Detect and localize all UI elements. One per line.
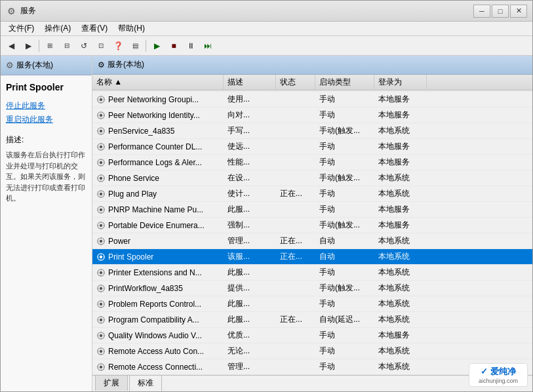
stop-button[interactable]: ■ <box>166 39 182 53</box>
close-button[interactable]: ✕ <box>510 5 527 18</box>
pause-button[interactable]: ⏸ <box>183 39 199 53</box>
service-login-cell: 本地服务 <box>374 155 427 170</box>
service-desc-cell: 此服... <box>224 312 276 327</box>
col-status[interactable]: 状态 <box>276 75 315 90</box>
minimize-button[interactable]: ─ <box>473 5 490 18</box>
menu-view[interactable]: 查看(V) <box>76 22 113 35</box>
forward-button[interactable]: ▶ <box>20 39 36 53</box>
service-name-cell: Problem Reports Control... <box>92 296 224 311</box>
right-panel-icon: ⚙ <box>98 60 105 69</box>
service-login-cell: 本地系统 <box>374 233 427 248</box>
menu-action[interactable]: 操作(A) <box>39 22 76 35</box>
maximize-button[interactable]: □ <box>492 5 509 18</box>
left-panel-header: ⚙ 服务(本地) <box>1 56 92 75</box>
tab-standard[interactable]: 标准 <box>129 375 162 391</box>
table-row[interactable]: Phone Service 在设... 手动(触发... 本地系统 <box>92 170 532 186</box>
col-name[interactable]: 名称 ▲ <box>92 75 224 90</box>
table-row[interactable]: Peer Networking Identity... 向对... 手动 本地服… <box>92 108 532 123</box>
service-status-cell <box>276 218 315 233</box>
table-row[interactable]: Quality Windows Audio V... 优质... 手动 本地服务 <box>92 328 532 343</box>
service-desc-cell: 管理... <box>224 233 276 248</box>
col-login[interactable]: 登录为 <box>374 75 427 90</box>
table-row[interactable]: PrintWorkflow_4a835 提供... 手动(触发... 本地系统 <box>92 281 532 296</box>
services-icon: ⚙ <box>6 60 14 70</box>
service-icon <box>96 331 106 340</box>
service-name-text: Remote Access Connecti... <box>108 363 203 372</box>
restart-button[interactable]: ⏭ <box>200 39 216 53</box>
menu-help[interactable]: 帮助(H) <box>113 22 150 35</box>
table-row[interactable]: Remote Access Connecti... 管理... 手动 本地系统 <box>92 359 532 375</box>
table-row[interactable]: Peer Networking Groupi... 使用... 手动 本地服务 <box>92 92 532 108</box>
service-name-cell: PrintWorkflow_4a835 <box>92 281 224 296</box>
table-row[interactable]: Program Compatibility A... 此服... 正在... 自… <box>92 312 532 328</box>
service-name-cell: PNRP Machine Name Pu... <box>92 202 224 217</box>
table-row[interactable]: Power 管理... 正在... 自动 本地系统 <box>92 233 532 249</box>
service-name-text: Printer Extensions and N... <box>108 268 202 277</box>
table-row[interactable]: Performance Logs & Aler... 性能... 手动 本地服务 <box>92 155 532 170</box>
help-button[interactable]: ❓ <box>110 39 126 53</box>
tab-extend[interactable]: 扩展 <box>95 375 128 391</box>
service-startup-cell: 自动(延迟... <box>315 312 374 327</box>
svg-point-31 <box>100 145 102 147</box>
back-button[interactable]: ◀ <box>3 39 19 53</box>
service-name-cell: Remote Access Connecti... <box>92 359 224 374</box>
svg-point-19 <box>100 113 102 116</box>
toolbar-sep-1 <box>39 40 39 52</box>
main-window: ⚙ 服务 ─ □ ✕ 文件(F) 操作(A) 查看(V) 帮助(H) ◀ ▶ ⊞… <box>0 0 533 392</box>
service-startup-cell: 手动 <box>315 202 374 217</box>
table-row[interactable]: Portable Device Enumera... 强制... 手动(触发..… <box>92 218 532 233</box>
list-button[interactable]: ▤ <box>127 39 143 53</box>
table-row[interactable]: Performance Counter DL... 使远... 手动 本地服务 <box>92 139 532 155</box>
view-button-1[interactable]: ⊞ <box>42 39 58 53</box>
service-icon <box>96 95 106 104</box>
col-startup[interactable]: 启动类型 <box>315 75 374 90</box>
table-row[interactable]: Print Spooler 该服... 正在... 自动 本地系统 <box>92 249 532 265</box>
service-name-text: Plug and Play <box>108 189 157 199</box>
svg-point-43 <box>100 176 102 179</box>
service-name-text: Print Spooler <box>108 252 153 262</box>
service-icon <box>96 189 106 199</box>
main-content: ⚙ 服务(本地) Print Spooler 停止此服务 重启动此服务 描述: … <box>1 56 532 391</box>
svg-point-55 <box>100 208 102 210</box>
service-icon <box>96 237 106 246</box>
refresh-button[interactable]: ↺ <box>76 39 92 53</box>
svg-point-37 <box>100 161 102 163</box>
service-status-cell <box>276 123 315 138</box>
service-login-cell: 本地系统 <box>374 170 427 186</box>
svg-point-79 <box>100 271 102 273</box>
table-row[interactable]: PNRP Machine Name Pu... 此服... 手动 本地服务 <box>92 202 532 218</box>
service-login-cell: 本地系统 <box>374 281 427 296</box>
service-startup-cell: 手动(触发... <box>315 123 374 138</box>
table-row[interactable]: Remote Access Auto Con... 无论... 手动 本地系统 <box>92 343 532 359</box>
service-name-text: Peer Networking Identity... <box>108 111 200 120</box>
svg-point-25 <box>100 129 102 132</box>
restart-service-link[interactable]: 重启动此服务 <box>6 114 87 125</box>
window-title: 服务 <box>20 5 473 16</box>
service-login-cell: 本地服务 <box>374 202 427 217</box>
service-name-cell: Quality Windows Audio V... <box>92 328 224 343</box>
export-button[interactable]: ⊡ <box>93 39 109 53</box>
service-startup-cell: 手动 <box>315 265 374 280</box>
right-panel: ⚙ 服务(本地) 名称 ▲ 描述 状态 启动类型 登录为 P9RdrServic <box>92 56 532 391</box>
title-bar: ⚙ 服务 ─ □ ✕ <box>1 1 532 22</box>
service-startup-cell: 自动 <box>315 233 374 248</box>
play-button[interactable]: ▶ <box>149 39 165 53</box>
service-icon <box>96 111 106 120</box>
service-icon <box>96 300 106 309</box>
col-desc[interactable]: 描述 <box>224 75 276 90</box>
menu-file[interactable]: 文件(F) <box>3 22 39 35</box>
stop-service-link[interactable]: 停止此服务 <box>6 100 87 111</box>
table-row[interactable]: Problem Reports Control... 此服... 手动 本地系统 <box>92 296 532 312</box>
service-status-cell <box>276 155 315 170</box>
service-status-cell <box>276 296 315 311</box>
table-row[interactable]: PenService_4a835 手写... 手动(触发... 本地系统 <box>92 123 532 139</box>
service-startup-cell: 手动 <box>315 328 374 343</box>
service-icon <box>96 252 106 262</box>
view-button-2[interactable]: ⊟ <box>59 39 75 53</box>
table-row[interactable]: Plug and Play 使计... 正在... 手动 本地系统 <box>92 186 532 202</box>
table-row[interactable]: Printer Extensions and N... 此服... 手动 本地系… <box>92 265 532 281</box>
service-desc-cell: 管理... <box>224 359 276 374</box>
toolbar-sep-2 <box>146 40 146 52</box>
service-desc-cell: 此服... <box>224 202 276 217</box>
service-name-cell: Peer Networking Groupi... <box>92 92 224 107</box>
